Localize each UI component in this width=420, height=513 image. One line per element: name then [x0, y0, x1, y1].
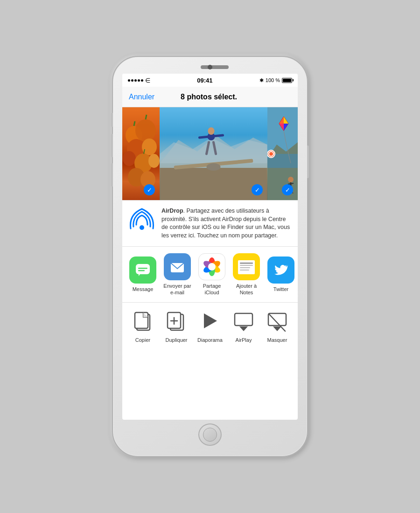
page-title: 8 photos sélect. [181, 93, 237, 101]
svg-rect-41 [138, 268, 147, 269]
twitter-app-label: Twitter [273, 286, 288, 292]
dupliquer-icon [166, 311, 187, 333]
svg-point-4 [123, 151, 136, 166]
airplay-label: AirPlay [236, 337, 252, 343]
navigation-bar: Annuler 8 photos sélect. [122, 87, 298, 107]
airplay-icon-wrap [231, 309, 256, 334]
battery-percent: 100 % [266, 77, 280, 83]
svg-point-51 [208, 263, 216, 270]
share-app-message[interactable]: Message [127, 256, 159, 292]
svg-point-18 [208, 127, 215, 135]
dupliquer-label: Dupliquer [165, 337, 187, 343]
svg-line-9 [134, 121, 135, 126]
svg-point-38 [140, 225, 144, 230]
mute-button[interactable] [111, 113, 113, 127]
copier-icon-wrap [130, 309, 155, 334]
front-camera [208, 65, 212, 69]
mail-app-icon [164, 253, 191, 280]
phone-frame: ∈ 09:41 ✱ 100 % Annuler 8 photos sélect. [112, 56, 308, 457]
volume-down-button[interactable] [111, 163, 113, 187]
svg-rect-54 [240, 263, 253, 264]
share-app-mail[interactable]: Envoyer par e-mail [161, 253, 193, 295]
masquer-icon-wrap [265, 309, 290, 334]
power-button[interactable] [307, 146, 309, 178]
diaporama-icon-wrap [197, 309, 223, 334]
signal-strength [128, 79, 143, 82]
twitter-app-icon [267, 256, 294, 284]
svg-line-19 [200, 135, 223, 138]
diaporama-label: Diaporama [197, 337, 223, 343]
notes-app-icon [233, 253, 260, 280]
svg-point-16 [207, 163, 221, 171]
message-app-label: Message [133, 286, 154, 292]
copier-label: Copier [135, 337, 150, 343]
svg-rect-56 [240, 267, 250, 268]
status-time: 09:41 [197, 77, 212, 84]
masquer-icon [266, 311, 288, 333]
photo-balance[interactable]: ✓ [160, 107, 267, 200]
action-airplay[interactable]: AirPlay [228, 309, 259, 343]
wifi-icon: ∈ [145, 77, 150, 84]
photos-app-icon [198, 253, 225, 280]
action-masquer[interactable]: Masquer [262, 309, 293, 343]
status-right: ✱ 100 % [259, 77, 292, 83]
cancel-button[interactable]: Annuler [129, 93, 154, 101]
volume-up-button[interactable] [111, 134, 113, 157]
notes-app-label: Ajouter à Notes [231, 283, 262, 295]
svg-rect-55 [240, 265, 253, 266]
copier-icon [133, 311, 153, 333]
svg-marker-67 [239, 326, 248, 331]
diaporama-icon [200, 311, 220, 333]
svg-point-31 [288, 177, 294, 182]
photo-kite[interactable]: ✓ [267, 107, 298, 200]
svg-rect-57 [240, 270, 249, 270]
svg-marker-65 [204, 313, 217, 328]
photo-strip: ✓ [122, 107, 298, 201]
svg-rect-59 [135, 312, 148, 328]
photo-selected-badge: ✓ [282, 184, 293, 195]
bluetooth-icon: ✱ [259, 77, 264, 83]
message-app-icon [129, 256, 156, 284]
status-left: ∈ [128, 77, 150, 84]
airdrop-description: AirDrop. Partagez avec des utilisateurs … [161, 207, 291, 240]
svg-marker-69 [273, 326, 281, 331]
phone-top [117, 65, 303, 69]
svg-point-6 [148, 154, 160, 168]
svg-rect-42 [138, 270, 145, 271]
airdrop-icon [129, 207, 155, 233]
home-button[interactable] [198, 423, 222, 446]
earpiece-speaker [201, 65, 229, 69]
status-bar: ∈ 09:41 ✱ 100 % [122, 74, 298, 87]
action-dupliquer[interactable]: Dupliquer [161, 309, 192, 343]
photo-selected-badge: ✓ [144, 184, 155, 195]
action-row: Copier Dupliquer [122, 303, 298, 349]
action-copier[interactable]: Copier [127, 309, 158, 343]
screen: ∈ 09:41 ✱ 100 % Annuler 8 photos sélect. [122, 74, 298, 420]
svg-rect-39 [136, 264, 150, 274]
svg-line-10 [146, 115, 147, 119]
action-diaporama[interactable]: Diaporama [195, 309, 225, 343]
svg-point-1 [135, 119, 156, 142]
photos-app-label: Partage iCloud [196, 283, 228, 295]
photo-pumpkins[interactable]: ✓ [122, 107, 160, 200]
share-apps-row: Message Envoyer par e-mail [122, 247, 298, 303]
dupliquer-icon-wrap [164, 309, 189, 334]
svg-rect-14 [160, 168, 267, 201]
svg-rect-66 [235, 313, 252, 326]
battery-icon [282, 78, 292, 83]
airplay-icon [233, 311, 254, 333]
svg-rect-68 [268, 313, 286, 326]
share-app-twitter[interactable]: Twitter [265, 256, 297, 292]
share-app-photos[interactable]: Partage iCloud [196, 253, 228, 295]
masquer-label: Masquer [267, 337, 287, 343]
photo-selected-badge: ✓ [252, 184, 263, 195]
share-app-notes[interactable]: Ajouter à Notes [231, 253, 262, 295]
mail-app-label: Envoyer par e-mail [161, 283, 193, 295]
airdrop-section: AirDrop. Partagez avec des utilisateurs … [122, 201, 298, 247]
